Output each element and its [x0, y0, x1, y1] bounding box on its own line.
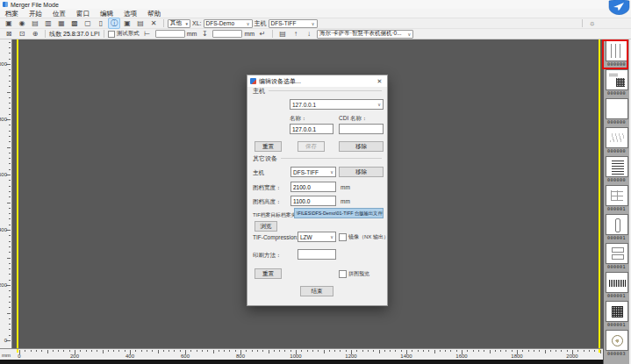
- thumbnail-item[interactable]: 000001: [605, 243, 629, 271]
- printer-queue-icon[interactable]: ▤: [276, 28, 289, 39]
- browse-button[interactable]: 浏览: [255, 221, 277, 232]
- chevron-down-icon: ∨: [312, 21, 315, 26]
- name-input[interactable]: [290, 124, 333, 134]
- center-target-icon[interactable]: ⊕: [29, 28, 41, 39]
- guide-line-right: [599, 39, 600, 348]
- apply-return-icon[interactable]: ↵: [256, 28, 269, 39]
- scale-icon[interactable]: ⊡: [16, 28, 28, 39]
- ruler-tick: [428, 350, 429, 352]
- menu-item[interactable]: 帮助: [142, 9, 166, 18]
- barcode-wide-thumbnail-icon: [606, 272, 628, 293]
- close-icon[interactable]: ✕: [375, 76, 384, 86]
- reset-button[interactable]: 重置: [255, 141, 282, 152]
- save-button[interactable]: 保存: [298, 141, 325, 152]
- mirror-checkbox[interactable]: 镜像（NX 输出）: [339, 233, 389, 241]
- other-devices-group-label: 其它设备: [253, 154, 280, 163]
- ruler-tick: [174, 350, 175, 352]
- thumbnail-item[interactable]: 000003: [605, 330, 629, 358]
- menu-item[interactable]: 位置: [47, 9, 71, 18]
- thumbnail-item[interactable]: 000000: [605, 40, 629, 68]
- remove-device-button[interactable]: 移除: [339, 167, 384, 177]
- finish-button[interactable]: 结束: [300, 286, 333, 296]
- image-width-input[interactable]: [290, 182, 336, 192]
- separator: [163, 19, 164, 27]
- thumbnail-item[interactable]: 000000: [605, 127, 629, 155]
- ruler-tick: [495, 350, 496, 352]
- thumbnail-item[interactable]: 000000: [605, 69, 629, 97]
- ruler-tick: [103, 350, 104, 353]
- thumbnail-item[interactable]: 000000: [605, 98, 629, 126]
- info-icon[interactable]: ⓘ: [108, 18, 120, 29]
- group-divider: [281, 158, 382, 159]
- page-icon[interactable]: ▯: [95, 18, 107, 29]
- chevron-down-icon: ▾: [185, 21, 188, 26]
- thumbnail-item[interactable]: 000001: [605, 272, 629, 300]
- ruler-tick: [284, 350, 285, 352]
- panel-icon[interactable]: ▣: [121, 18, 133, 29]
- test-form-checkbox-label: 测试形式: [117, 30, 140, 38]
- ruler-tick: [9, 335, 11, 336]
- dialog-title-bar[interactable]: 编辑设备选单... ✕: [247, 75, 387, 87]
- ruler-tick: [9, 329, 11, 330]
- film-strip-3-icon[interactable]: ▦: [55, 18, 68, 29]
- xl-select-value: DFS-Demo: [206, 20, 235, 26]
- menu-item[interactable]: 选项: [118, 9, 142, 18]
- menu-item[interactable]: 编辑: [95, 9, 118, 18]
- thumbnail-item[interactable]: 000001: [605, 214, 629, 242]
- host-ip-select[interactable]: 127.0.0.1 ∨: [290, 99, 384, 110]
- device-select[interactable]: 海尔·卡萨帝·智慧干衣机侧机·0... ∨: [317, 30, 413, 39]
- film-strip-2-icon[interactable]: ▥: [42, 18, 54, 29]
- ruler-tick: [58, 350, 59, 352]
- xl-select[interactable]: DFS-Demo ∨: [204, 19, 253, 28]
- ruler-tick: [9, 131, 11, 132]
- move-down-icon[interactable]: ↓: [303, 28, 315, 39]
- line-screen-label: 线数: [49, 30, 61, 39]
- ruler-tick: [69, 350, 70, 352]
- seal-thumbnail-icon: [606, 330, 628, 351]
- thumbnail-item[interactable]: 000000: [605, 156, 629, 184]
- plate-icon[interactable]: ▩: [68, 18, 81, 29]
- print-method-input[interactable]: [298, 249, 336, 260]
- ruler-tick: [567, 350, 568, 352]
- plumb-icon: ↧: [198, 28, 211, 39]
- tile-preview-checkbox[interactable]: 拼图预览: [339, 270, 369, 278]
- print-method-label: 印刷方法：: [253, 252, 282, 260]
- menu-item[interactable]: 窗口: [71, 9, 95, 18]
- other-dropdown[interactable]: 其他 ▾: [168, 19, 190, 28]
- tif-compression-select[interactable]: LZW ∨: [298, 232, 336, 242]
- image-height-input[interactable]: [290, 196, 336, 206]
- separator: [272, 30, 273, 38]
- device-host-select[interactable]: DFS-TIFF ∨: [290, 167, 336, 177]
- settings-icon[interactable]: ☼: [586, 18, 599, 29]
- crop-frame-icon[interactable]: ⊠: [3, 28, 15, 39]
- ruler-label: 800: [236, 353, 245, 359]
- thumbnail-count: 000000: [605, 177, 629, 183]
- test-form-checkbox[interactable]: 测试形式: [108, 30, 140, 38]
- thumbnail-item[interactable]: 000001: [605, 185, 629, 213]
- menu-item[interactable]: 档案: [0, 9, 24, 18]
- ruler-tick: [9, 213, 11, 214]
- ruler-tick: [556, 350, 556, 352]
- reset-device-button[interactable]: 重置: [255, 268, 282, 279]
- menu-item[interactable]: 开始: [24, 9, 47, 18]
- offset-y-input[interactable]: [212, 30, 242, 38]
- host-select[interactable]: DFS-TIFF ∨: [269, 19, 318, 28]
- app-logo-icon: [3, 2, 8, 7]
- ruler-tick: [534, 350, 534, 352]
- tif-folder-path-field[interactable]: \FILES\DFS-Demo\01-TIFF 合版输出文件\: [294, 208, 384, 218]
- move-up-icon[interactable]: ↑: [290, 28, 302, 39]
- notification-shield-icon[interactable]: [607, 0, 631, 15]
- toolbar-icon-group: ⊠⊡⊕: [3, 28, 41, 39]
- thumbnail-item[interactable]: 000001: [605, 301, 629, 329]
- ruler-tick: [577, 350, 578, 352]
- cdi-name-input[interactable]: [339, 124, 384, 134]
- ruler-tick: [274, 350, 275, 352]
- cn-text-thumbnail-icon: [606, 40, 628, 61]
- ruler-label: 1400: [400, 353, 412, 359]
- guide-mark: [17, 349, 18, 353]
- ruler-tick: [197, 350, 197, 352]
- offset-x-input[interactable]: [155, 30, 185, 38]
- ruler-tick: [434, 350, 435, 353]
- frame-icon[interactable]: ▢: [82, 18, 94, 29]
- remove-button[interactable]: 移除: [339, 141, 384, 152]
